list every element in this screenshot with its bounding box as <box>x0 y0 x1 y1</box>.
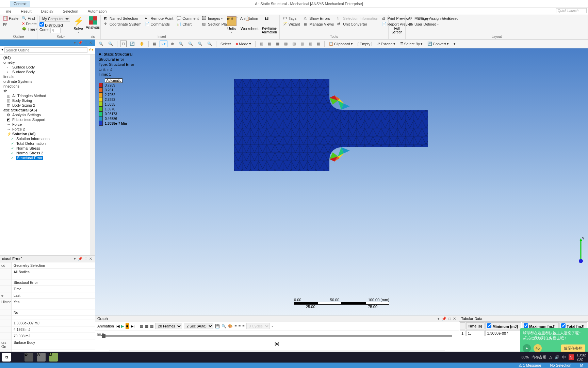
time-slider[interactable] <box>102 335 452 337</box>
max-checkbox[interactable] <box>524 323 528 328</box>
os-taskbar[interactable]: ✿ ✿ W M 30% 内存占用 △ 🔊 中 S 10:02202 <box>0 352 588 363</box>
first-frame-icon[interactable]: |◀ <box>116 324 119 328</box>
popup-add-icon[interactable]: + <box>523 344 531 352</box>
stop-icon[interactable]: ■ <box>126 323 129 329</box>
details-grid[interactable]: odGeometry Selection All Bodies Structur… <box>0 262 95 361</box>
chart-button[interactable]: 📊Chart <box>176 21 200 27</box>
wizard-button[interactable]: 🪄Wizard <box>282 21 301 27</box>
dropdown-icon[interactable]: ▾ <box>437 317 440 321</box>
manage-views-button[interactable]: ▦Manage Views <box>303 21 335 27</box>
opt2-icon[interactable]: ≡ <box>239 324 241 328</box>
search-outline-input[interactable] <box>4 47 87 53</box>
legend-value: 3.7269 <box>105 83 115 87</box>
popup-action-button[interactable]: 放至任务栏 <box>561 344 585 352</box>
menu-home[interactable]: me <box>1 8 16 15</box>
manage-layout-button[interactable]: ⚙Manage▾ <box>408 16 440 21</box>
mode2-icon[interactable]: ▥ <box>145 324 148 328</box>
start-icon[interactable]: ✿ <box>2 353 11 362</box>
filter-icon[interactable]: ✔▾ <box>88 47 94 53</box>
maximize-icon[interactable]: □ <box>84 41 88 45</box>
named-selection-button[interactable]: ◩Named Selection <box>103 16 143 21</box>
popup-timer-icon[interactable]: 45 <box>534 344 542 352</box>
analysis-button[interactable]: Analysis <box>87 16 98 30</box>
remote-point-button[interactable]: ●Remote Point <box>144 16 175 21</box>
comment-button[interactable]: 💬Comment <box>176 16 200 21</box>
solution-icon: ⚡ <box>7 132 11 136</box>
coord-system-button[interactable]: ✛Coordinate System <box>103 21 143 27</box>
maximize-icon[interactable]: □ <box>84 257 88 261</box>
maximize-icon[interactable]: □ <box>448 317 452 321</box>
zoom-icon[interactable]: 🔍 <box>222 324 226 328</box>
keyframe-button[interactable]: 🎞Keyframe Animation <box>261 16 277 35</box>
close-icon[interactable]: ✕ <box>88 41 93 45</box>
tags-button[interactable]: 🏷Tags <box>282 16 301 21</box>
distributed-checkbox[interactable]: Distributed <box>39 22 70 27</box>
quick-launch-input[interactable]: Quick Launch <box>556 8 587 13</box>
duration-select[interactable]: 2 Sec (Auto) <box>184 323 213 329</box>
full-screen-button[interactable]: ⛶Full Screen <box>391 16 403 35</box>
timeline-bar[interactable] <box>109 347 445 351</box>
app-icon[interactable]: W <box>37 353 46 362</box>
find-button[interactable]: 🔍Find <box>21 16 38 21</box>
play-icon[interactable]: ▶ <box>121 324 124 328</box>
unit-converter-button[interactable]: ⇄Unit Converter <box>336 21 379 27</box>
menu-result[interactable]: Result <box>16 8 36 15</box>
tray-icon[interactable]: S <box>569 354 574 360</box>
messages-status[interactable]: ⚠ 1 Message <box>517 363 543 368</box>
graphics-viewport[interactable]: A: Static Structural Structural Error Ty… <box>95 48 588 316</box>
solve-button[interactable]: ⚡ Solve▾ <box>71 16 85 34</box>
show-errors-button[interactable]: ⚠Show Errors <box>303 16 335 21</box>
reset-layout-button[interactable]: ↺Reset <box>441 16 459 21</box>
copy-button[interactable]: py <box>2 21 19 26</box>
tray-icon[interactable]: △ <box>549 355 552 359</box>
tray-icon[interactable]: 🔊 <box>555 355 559 359</box>
outline-tree[interactable]: (A4) ometry ▫Surface Body ▫Surface Body … <box>0 55 95 255</box>
pin-icon[interactable]: 📌 <box>77 41 83 45</box>
app-icon[interactable]: ✿ <box>24 353 33 362</box>
tree-button[interactable]: 🌳Tree▾ <box>21 27 38 32</box>
axis-triad[interactable]: Y <box>576 236 586 264</box>
legend-header[interactable]: Automatic <box>105 78 122 83</box>
cores-input[interactable] <box>50 28 61 33</box>
dropdown-icon[interactable]: ▾ <box>73 257 77 261</box>
color-icon[interactable]: 🎨 <box>228 324 233 328</box>
delete-button[interactable]: ✕Delete <box>21 21 38 26</box>
context-tab[interactable]: Context <box>10 1 30 7</box>
opt3-icon[interactable]: ≡ <box>242 324 244 328</box>
close-icon[interactable]: ✕ <box>452 317 457 321</box>
filter-dropdown[interactable]: ▾ <box>1 47 3 53</box>
user-defined-button[interactable]: ▦User Defined▾ <box>408 21 440 27</box>
ime-indicator[interactable]: 中 <box>562 355 566 360</box>
paste-button[interactable]: 📋Paste <box>2 16 19 21</box>
dropdown-icon[interactable]: ▾ <box>73 41 77 45</box>
export-icon[interactable]: 💾 <box>215 324 220 328</box>
close-icon[interactable]: ✕ <box>88 257 93 261</box>
total-checkbox[interactable] <box>561 323 566 328</box>
solver-target-select[interactable]: My Computer <box>39 16 70 22</box>
opt1-icon[interactable]: ≡ <box>234 324 236 328</box>
worksheet-button[interactable]: 📋Worksheet <box>242 16 257 31</box>
cycles-select[interactable]: 3 Cycles <box>246 323 270 329</box>
units-button[interactable]: m ftUnits▾ <box>225 16 238 34</box>
commands-button[interactable]: 📄Commands <box>144 21 175 27</box>
pin-icon[interactable]: 📌 <box>441 317 447 321</box>
mode3-icon[interactable]: ▥ <box>150 324 153 328</box>
frames-select[interactable]: 20 Frames <box>155 323 182 329</box>
mode1-icon[interactable]: ▥ <box>140 324 143 328</box>
menu-display[interactable]: Display <box>36 8 58 15</box>
selection-info-button[interactable]: ℹSelection Information <box>336 16 379 21</box>
color-legend[interactable]: Automatic 3.72693.2612.79522.32931.86351… <box>99 78 127 126</box>
legend-value: 1.3038e-7 Min <box>105 122 127 125</box>
tree-scrollbar[interactable] <box>90 55 95 255</box>
pin-icon[interactable]: 📌 <box>77 257 83 261</box>
min-checkbox[interactable] <box>487 323 491 328</box>
clock[interactable]: 10:02202 <box>576 353 586 361</box>
last-frame-icon[interactable]: ▶| <box>131 324 134 328</box>
result-icon: ✓ <box>11 141 15 145</box>
structural-error-node[interactable]: ✓Structural Error <box>1 155 95 160</box>
assistant-popup[interactable]: 球球都在这里都快被主人遗忘了呢~ 试试把我放到任务栏去吧！ + 45 放至任务栏 <box>520 328 588 354</box>
app-icon[interactable]: M <box>49 353 58 362</box>
status-bar: ⚠ 1 Message No Selection M <box>0 363 588 368</box>
menu-automation[interactable]: Automation <box>83 8 112 15</box>
menu-selection[interactable]: Selection <box>58 8 83 15</box>
